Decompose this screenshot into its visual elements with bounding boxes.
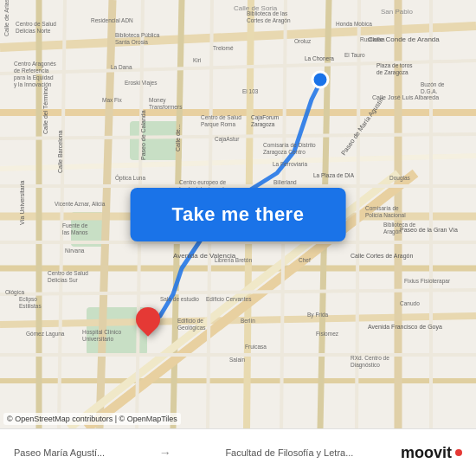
svg-text:Salain: Salain <box>229 357 245 363</box>
svg-text:Centro Aragonés: Centro Aragonés <box>14 61 57 68</box>
svg-text:Delicias Norte: Delicias Norte <box>16 28 51 34</box>
footer-bar: Paseo María Agustí... → Facultad de Filo… <box>0 428 476 476</box>
footer-arrow-icon: → <box>159 446 171 460</box>
svg-text:La Chonera: La Chonera <box>305 55 334 61</box>
svg-text:Sala de estudio: Sala de estudio <box>160 296 199 302</box>
svg-text:Fixius Fisioterapar: Fixius Fisioterapar <box>404 278 451 285</box>
svg-text:Kiri: Kiri <box>193 57 201 63</box>
svg-text:Biblioteca de: Biblioteca de <box>383 222 416 228</box>
svg-text:Money: Money <box>149 97 166 104</box>
svg-text:Universitario: Universitario <box>82 336 114 342</box>
footer-destination-text: Facultad de Filosofía y Letra... <box>225 447 353 458</box>
svg-text:La Ferroviaria: La Ferroviaria <box>273 161 307 167</box>
svg-text:Douglas: Douglas <box>389 175 411 182</box>
svg-text:CajaForum: CajaForum <box>251 114 279 121</box>
svg-text:Berlín: Berlín <box>241 318 255 324</box>
take-me-there-button[interactable]: Take me there <box>131 188 346 241</box>
footer-destination-section: Facultad de Filosofía y Letra... <box>225 447 353 458</box>
osm-credit: © OpenStreetMap contributors | © OpenMap… <box>3 413 181 425</box>
svg-text:Parque Roma: Parque Roma <box>201 121 235 128</box>
svg-text:Max Fix: Max Fix <box>102 97 123 103</box>
svg-text:El 103: El 103 <box>242 88 259 94</box>
svg-text:Ológica: Ológica <box>5 289 24 296</box>
svg-point-31 <box>312 72 328 87</box>
svg-text:Edificio de: Edificio de <box>177 318 203 324</box>
svg-text:Chef: Chef <box>299 257 311 263</box>
svg-text:para la Equidad: para la Equidad <box>14 74 54 81</box>
svg-text:Cortes de Aragón: Cortes de Aragón <box>247 17 291 24</box>
svg-text:Comisaría de: Comisaría de <box>365 205 399 211</box>
svg-text:Calle del Término: Calle del Término <box>42 87 48 134</box>
svg-text:Centro de Salud: Centro de Salud <box>48 270 88 276</box>
svg-text:Honda Mobica: Honda Mobica <box>336 21 372 27</box>
svg-text:CajaAstur: CajaAstur <box>215 136 240 143</box>
svg-text:Nirvana: Nirvana <box>65 248 85 254</box>
svg-text:Gómez Laguna: Gómez Laguna <box>26 331 65 338</box>
svg-text:Estilistas: Estilistas <box>19 303 42 309</box>
svg-text:Edificio Cervantes: Edificio Cervantes <box>206 296 252 302</box>
svg-text:Calle Cortes de Aragón: Calle Cortes de Aragón <box>351 253 413 260</box>
svg-text:Vía Universitaria: Vía Universitaria <box>19 181 25 225</box>
svg-text:las Manos: las Manos <box>62 229 88 235</box>
svg-text:Fuente de: Fuente de <box>62 222 88 228</box>
svg-text:de Referencia: de Referencia <box>14 68 49 74</box>
svg-text:Plaza de toros: Plaza de toros <box>376 62 413 68</box>
svg-text:Diagnóstico: Diagnóstico <box>351 362 380 369</box>
svg-text:Óptica Luna: Óptica Luna <box>115 174 145 182</box>
svg-text:de Zaragoza: de Zaragoza <box>376 69 408 76</box>
svg-text:San Pablo: San Pablo <box>381 8 413 16</box>
svg-text:Calle de...: Calle de... <box>175 124 181 151</box>
svg-text:Eclipso: Eclipso <box>19 296 37 303</box>
svg-text:RXd. Centro de: RXd. Centro de <box>351 355 389 361</box>
svg-text:El Tauro: El Tauro <box>344 52 365 58</box>
svg-text:Zaragoza Centro: Zaragoza Centro <box>263 149 306 156</box>
svg-text:Eroski Viajes: Eroski Viajes <box>125 80 158 87</box>
svg-text:La Dana: La Dana <box>111 64 132 70</box>
svg-text:La Plaza de DIA: La Plaza de DIA <box>313 172 355 178</box>
svg-text:D.G.A.: D.G.A. <box>421 88 438 94</box>
svg-text:By Frida: By Frida <box>307 312 329 318</box>
svg-text:Vicente Aznar, Alicia: Vicente Aznar, Alicia <box>55 201 106 207</box>
moovit-logo: moovit <box>401 444 462 462</box>
svg-text:Transformers: Transformers <box>149 104 183 110</box>
map-container: Calle de Soria San Pablo Calle Conde de … <box>0 0 476 428</box>
svg-text:Avenida Francisco de Goya: Avenida Francisco de Goya <box>368 324 442 331</box>
svg-text:Zaragoza: Zaragoza <box>251 121 275 128</box>
svg-text:Librería Bretón: Librería Bretón <box>215 257 252 263</box>
pin-head <box>131 302 165 337</box>
svg-text:Centro de Salud: Centro de Salud <box>16 21 56 27</box>
svg-text:Centro europeo de: Centro europeo de <box>179 179 227 186</box>
svg-text:Canudo: Canudo <box>400 300 420 306</box>
footer-origin-text: Paseo María Agustí... <box>14 447 105 458</box>
svg-text:Paseo de la Gran Vía: Paseo de la Gran Vía <box>400 227 458 233</box>
svg-text:Aragón: Aragón <box>383 228 402 235</box>
svg-rect-1 <box>130 121 182 160</box>
svg-text:Paseo de Calanda: Paseo de Calanda <box>140 110 146 160</box>
svg-text:Fislomez: Fislomez <box>316 331 339 337</box>
svg-text:Centro de Salud: Centro de Salud <box>201 114 241 120</box>
svg-text:Calle Barcelona: Calle Barcelona <box>57 130 63 173</box>
svg-text:Buzón de: Buzón de <box>421 81 445 87</box>
moovit-dot <box>455 449 462 456</box>
svg-text:Calle de Arias: Calle de Arias <box>3 0 10 36</box>
svg-text:Geológicas: Geológicas <box>177 325 206 331</box>
origin-pin <box>136 307 160 338</box>
svg-text:Fruicasa: Fruicasa <box>245 344 267 350</box>
svg-text:Delicias Sur: Delicias Sur <box>48 277 79 283</box>
svg-text:Trelomé: Trelomé <box>213 45 234 51</box>
svg-text:Biblioteca de las: Biblioteca de las <box>247 10 288 16</box>
svg-text:Billerland: Billerland <box>273 179 297 185</box>
svg-text:Comisaría de Distrito: Comisaría de Distrito <box>263 142 316 148</box>
svg-text:Oroluz: Oroluz <box>294 38 312 44</box>
svg-text:Policía Nacional: Policía Nacional <box>365 212 406 218</box>
svg-text:Biblioteca Pública: Biblioteca Pública <box>115 32 160 38</box>
svg-text:Rustikasa: Rustikasa <box>360 36 385 42</box>
svg-text:Residencial ADN: Residencial ADN <box>91 17 133 23</box>
svg-text:Santa Orosia: Santa Orosia <box>115 39 148 45</box>
moovit-brand-name: moovit <box>401 444 452 462</box>
svg-text:Hospital Clínico: Hospital Clínico <box>82 329 122 336</box>
footer-origin-section: Paseo María Agustí... <box>14 447 105 458</box>
